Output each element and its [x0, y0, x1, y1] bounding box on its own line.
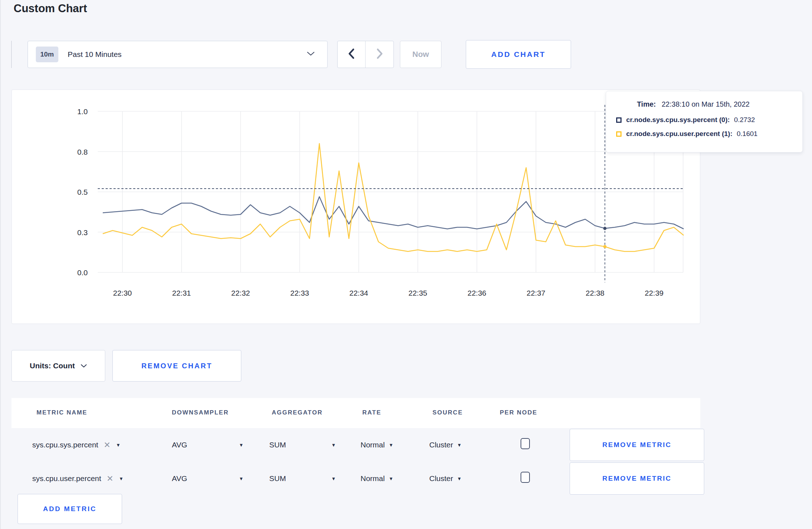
x-axis-tick-label: 22:33: [290, 289, 309, 297]
clear-metric-icon[interactable]: ✕: [107, 475, 113, 483]
time-range-select[interactable]: 10m Past 10 Minutes: [28, 41, 328, 68]
per-node-checkbox[interactable]: [521, 472, 530, 483]
page-title: Custom Chart: [14, 2, 87, 15]
chevron-down-icon: [81, 364, 87, 368]
aggregator-select[interactable]: SUM ▼: [269, 474, 336, 483]
units-select[interactable]: Units: Count: [11, 350, 105, 382]
per-node-checkbox[interactable]: [521, 438, 530, 449]
rate-value: Normal: [361, 441, 385, 449]
x-axis-tick-label: 22:37: [527, 289, 546, 297]
source-select[interactable]: Cluster ▼: [429, 474, 461, 483]
dropdown-arrow-icon: ▼: [457, 443, 462, 447]
y-axis-tick-label: 0.5: [77, 188, 88, 196]
remove-chart-button[interactable]: REMOVE CHART: [112, 350, 241, 382]
series-line: [103, 197, 684, 229]
dropdown-arrow-icon: ▼: [239, 476, 243, 481]
x-axis-tick-label: 22:30: [113, 289, 132, 297]
aggregator-select[interactable]: SUM ▼: [269, 441, 336, 449]
tooltip-series-label: cr.node.sys.cpu.user.percent (1):: [626, 130, 733, 138]
column-header-metric-name: METRIC NAME: [37, 409, 87, 416]
time-step-group: [337, 41, 394, 68]
x-axis-tick-label: 22:32: [231, 289, 250, 297]
clear-metric-icon[interactable]: ✕: [103, 441, 110, 449]
tooltip-time-value: 22:38:10 on Mar 15th, 2022: [662, 100, 750, 108]
y-axis-tick-label: 0.0: [77, 268, 88, 277]
crosshair-dot: [603, 245, 606, 248]
metric-name-select[interactable]: sys.cpu.user.percent ✕ ▼: [32, 474, 124, 483]
tooltip-time-label: Time:: [637, 100, 656, 108]
metric-name-value: sys.cpu.sys.percent: [32, 441, 98, 449]
x-axis-tick-label: 22:38: [586, 289, 605, 297]
next-interval-button[interactable]: [366, 41, 393, 68]
tooltip-series-row: cr.node.sys.cpu.sys.percent (0): 0.2732: [616, 116, 792, 124]
series-swatch-user: [616, 131, 622, 137]
aggregator-value: SUM: [269, 474, 286, 483]
dropdown-arrow-icon: ▼: [119, 476, 124, 481]
dropdown-arrow-icon: ▼: [331, 476, 336, 481]
metric-name-value: sys.cpu.user.percent: [32, 474, 101, 483]
tooltip-series-label: cr.node.sys.cpu.sys.percent (0):: [626, 116, 730, 124]
column-header-source: SOURCE: [432, 409, 463, 416]
downsampler-select[interactable]: AVG ▼: [172, 441, 243, 449]
rate-select[interactable]: Normal ▼: [361, 441, 393, 449]
x-axis-tick-label: 22:35: [409, 289, 427, 297]
dropdown-arrow-icon: ▼: [457, 476, 462, 481]
series-line: [103, 144, 684, 252]
y-axis-tick-label: 0.3: [77, 228, 88, 237]
dropdown-arrow-icon: ▼: [389, 443, 393, 447]
remove-metric-button[interactable]: REMOVE METRIC: [570, 429, 704, 461]
dropdown-arrow-icon: ▼: [116, 443, 121, 447]
chevron-down-icon: [306, 51, 315, 58]
column-header-per-node: PER NODE: [500, 409, 537, 416]
units-label: Units: Count: [30, 361, 75, 370]
y-axis-tick-label: 1.0: [77, 107, 88, 116]
dropdown-arrow-icon: ▼: [239, 443, 243, 447]
x-axis-tick-label: 22:31: [172, 289, 191, 297]
column-header-rate: RATE: [362, 409, 381, 416]
rate-value: Normal: [361, 474, 385, 483]
downsampler-value: AVG: [172, 474, 187, 483]
chart-tooltip: Time: 22:38:10 on Mar 15th, 2022 cr.node…: [606, 91, 803, 152]
chevron-right-icon: [374, 48, 385, 61]
chevron-left-icon: [347, 48, 357, 61]
add-chart-button[interactable]: ADD CHART: [466, 40, 571, 69]
dropdown-arrow-icon: ▼: [331, 443, 336, 447]
metric-name-select[interactable]: sys.cpu.sys.percent ✕ ▼: [32, 441, 121, 449]
column-header-downsampler: DOWNSAMPLER: [172, 409, 229, 416]
chart-card: 0.00.30.50.81.022:3022:3122:3222:3322:34…: [11, 89, 700, 324]
metric-row: sys.cpu.user.percent ✕ ▼ AVG ▼ SUM ▼ Nor…: [11, 462, 700, 495]
x-axis-tick-label: 22:39: [645, 289, 664, 297]
time-range-label: Past 10 Minutes: [68, 50, 122, 59]
tooltip-series-value: 0.1601: [737, 130, 758, 138]
x-axis-tick-label: 22:34: [349, 289, 368, 297]
x-axis-tick-label: 22:36: [468, 289, 487, 297]
series-swatch-sys: [616, 117, 622, 123]
tooltip-series-row: cr.node.sys.cpu.user.percent (1): 0.1601: [616, 130, 792, 138]
source-value: Cluster: [429, 474, 453, 483]
crosshair-dot: [603, 227, 606, 230]
prev-interval-button[interactable]: [338, 41, 366, 68]
tooltip-series-value: 0.2732: [734, 116, 755, 124]
add-metric-button[interactable]: ADD METRIC: [18, 494, 122, 524]
remove-metric-button[interactable]: REMOVE METRIC: [570, 462, 704, 495]
chart-plot[interactable]: 0.00.30.50.81.022:3022:3122:3222:3322:34…: [12, 90, 701, 324]
metrics-table-header: METRIC NAME DOWNSAMPLER AGGREGATOR RATE …: [11, 398, 700, 428]
now-button[interactable]: Now: [400, 41, 441, 68]
aggregator-value: SUM: [269, 441, 286, 449]
downsampler-value: AVG: [172, 441, 187, 449]
dropdown-arrow-icon: ▼: [389, 476, 393, 481]
downsampler-select[interactable]: AVG ▼: [172, 474, 243, 483]
source-value: Cluster: [429, 441, 453, 449]
column-header-aggregator: AGGREGATOR: [272, 409, 323, 416]
time-range-badge: 10m: [36, 47, 58, 62]
toolbar-divider: [11, 41, 12, 68]
rate-select[interactable]: Normal ▼: [361, 474, 393, 483]
y-axis-tick-label: 0.8: [77, 148, 88, 156]
source-select[interactable]: Cluster ▼: [429, 441, 461, 449]
metric-row: sys.cpu.sys.percent ✕ ▼ AVG ▼ SUM ▼ Norm…: [11, 428, 700, 462]
